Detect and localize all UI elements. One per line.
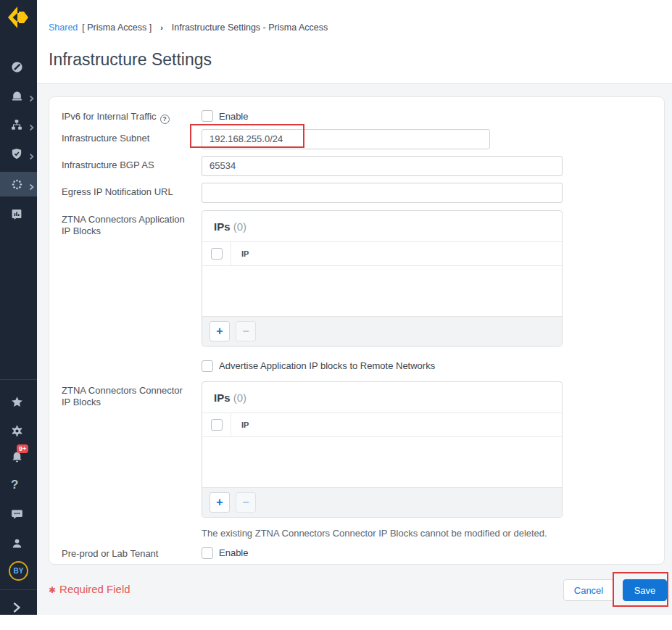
sidebar-item-user[interactable] <box>0 531 37 555</box>
chevron-right-icon <box>28 121 35 134</box>
palo-alto-networks-logo-icon <box>5 5 31 30</box>
egress-ip-notification-url-input[interactable] <box>202 183 563 203</box>
sidebar-item-help[interactable]: ? <box>0 473 37 497</box>
person-icon <box>9 536 24 550</box>
remove-ip-button[interactable]: − <box>236 321 256 341</box>
column-header-ip: IP <box>231 420 249 429</box>
table-column-header-row: IP <box>202 413 562 437</box>
select-all-checkbox[interactable] <box>211 248 223 260</box>
breadcrumb-shared-link[interactable]: Shared <box>49 22 78 33</box>
chat-bubble-icon <box>9 507 24 521</box>
subnet-label: Infrastructure Subnet <box>62 129 202 144</box>
table-column-header-row: IP <box>202 241 562 266</box>
preprod-enable-label: Enable <box>219 547 248 558</box>
table-title: IPs (0) <box>202 211 562 241</box>
gauge-icon <box>9 59 24 74</box>
ipv6-enable-checkbox[interactable] <box>202 110 213 122</box>
sidebar-item-reports[interactable] <box>0 202 37 225</box>
breadcrumb-current: Infrastructure Settings - Prisma Access <box>172 22 328 33</box>
sidebar-item-monitor[interactable] <box>0 84 37 107</box>
connector-ip-blocks-label: ZTNA Connectors Connector IP Blocks <box>62 381 202 408</box>
gear-icon <box>9 423 24 438</box>
chevron-right-icon <box>28 92 35 105</box>
table-empty-body <box>202 437 562 487</box>
advertise-ip-blocks-label: Advertise Application IP blocks to Remot… <box>219 360 435 371</box>
shield-check-icon <box>9 146 24 161</box>
sidebar-item-notifications[interactable]: 9+ <box>0 445 37 468</box>
sitemap-icon <box>9 117 24 132</box>
sidebar-item-network[interactable] <box>0 113 37 136</box>
ipv6-enable-label: Enable <box>219 111 248 122</box>
bgp-label: Infrastructure BGP AS <box>62 156 202 171</box>
chevron-right-icon <box>9 600 24 615</box>
infrastructure-bgp-as-input[interactable] <box>202 156 563 176</box>
save-button[interactable]: Save <box>623 579 667 601</box>
sidebar-item-workflows-selected[interactable] <box>0 172 37 196</box>
preprod-enable-checkbox[interactable] <box>202 547 213 559</box>
page-title: Infrastructure Settings <box>49 50 212 70</box>
alarm-icon <box>9 88 24 103</box>
notification-count-badge: 9+ <box>17 444 28 453</box>
egress-url-label: Egress IP Notification URL <box>62 183 202 198</box>
connector-ip-blocks-table: IPs (0) IP + − <box>202 381 563 518</box>
required-field-note: ✱Required Field <box>49 583 130 595</box>
application-ip-blocks-table: IPs (0) IP + − <box>202 210 563 347</box>
table-title: IPs (0) <box>202 382 562 413</box>
bottom-margin <box>0 615 672 630</box>
table-footer: + − <box>202 487 562 517</box>
chevron-right-icon <box>28 150 35 163</box>
report-chart-icon <box>9 207 24 221</box>
help-icon[interactable]: ? <box>160 115 170 124</box>
select-all-checkbox[interactable] <box>211 419 223 431</box>
sidebar-item-favorites[interactable] <box>0 390 37 413</box>
required-asterisk: ✱ <box>49 585 56 595</box>
main-area: Shared [ Prisma Access ] › Infrastructur… <box>37 0 672 615</box>
sidebar: 9+ ? BY <box>0 0 37 615</box>
column-header-ip: IP <box>231 249 249 258</box>
preprod-label: Pre-prod or Lab Tenant <box>62 547 202 560</box>
table-count: (0) <box>233 391 246 404</box>
breadcrumb-separator-icon: › <box>160 23 163 32</box>
cancel-button[interactable]: Cancel <box>563 579 614 601</box>
table-footer: + − <box>202 316 562 346</box>
sidebar-item-dashboard[interactable] <box>0 55 37 78</box>
advertise-ip-blocks-checkbox[interactable] <box>202 360 213 372</box>
page-header: Shared [ Prisma Access ] › Infrastructur… <box>37 0 672 84</box>
infrastructure-subnet-input[interactable] <box>202 129 490 149</box>
settings-form-card: IPv6 for Internal Traffic? Enable Infras… <box>49 96 665 565</box>
sidebar-divider <box>0 379 37 380</box>
sidebar-item-security[interactable] <box>0 142 37 165</box>
breadcrumb: Shared [ Prisma Access ] › Infrastructur… <box>49 22 328 33</box>
sidebar-divider <box>0 589 37 590</box>
bell-icon: 9+ <box>9 449 24 464</box>
app-screen: 9+ ? BY Shared <box>0 0 672 630</box>
table-count: (0) <box>233 220 246 233</box>
sidebar-item-settings[interactable] <box>0 419 37 442</box>
star-icon <box>9 394 24 409</box>
add-ip-button[interactable]: + <box>210 492 230 513</box>
remove-ip-button[interactable]: − <box>236 492 256 513</box>
ipv6-label: IPv6 for Internal Traffic? <box>62 110 202 124</box>
table-empty-body <box>202 266 562 316</box>
app-ip-blocks-label: ZTNA Connectors Application IP Blocks <box>62 210 202 237</box>
avatar-initials: BY <box>14 567 24 575</box>
connector-blocks-note: The existing ZTNA Connectors Connector I… <box>202 528 652 539</box>
dotted-circle-icon <box>9 177 24 191</box>
question-mark-icon: ? <box>11 478 18 492</box>
avatar[interactable]: BY <box>9 561 28 581</box>
breadcrumb-scope: [ Prisma Access ] <box>82 22 152 33</box>
sidebar-item-feedback[interactable] <box>0 502 37 526</box>
chevron-right-icon <box>28 181 35 194</box>
add-ip-button[interactable]: + <box>210 321 230 341</box>
